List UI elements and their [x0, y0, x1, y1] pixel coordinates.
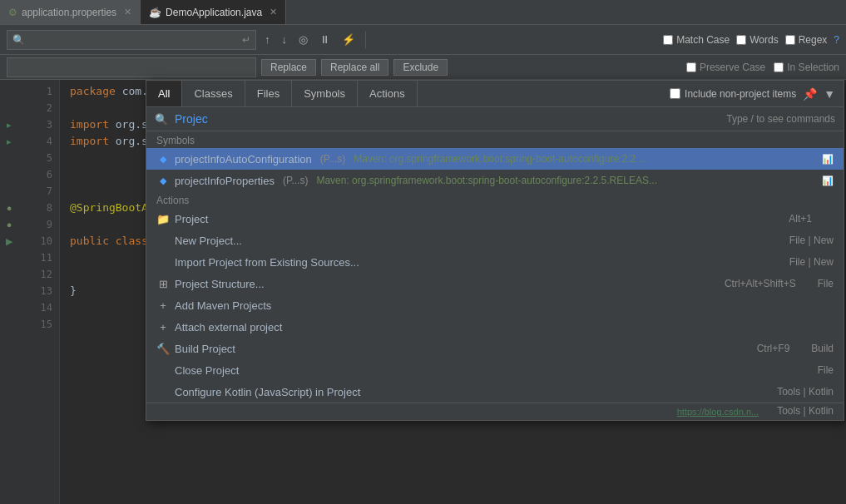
words-checkbox[interactable]: [736, 35, 746, 45]
action-label-add-maven: Add Maven Projects: [175, 299, 812, 312]
symbol-name-2: projectInfoProperties: [175, 175, 275, 187]
url-footer: https://blog.csdn.n...: [667, 405, 769, 418]
symbol-result-1[interactable]: ◆ projectInfoAutoConfiguration (P...s) M…: [146, 148, 844, 170]
action-category-build: Build: [794, 343, 834, 354]
symbol-result-2[interactable]: ◆ projectInfoProperties (P...s) Maven: o…: [146, 170, 844, 191]
java-file-icon: ☕: [149, 7, 161, 18]
tab-files[interactable]: Files: [245, 81, 292, 106]
help-button[interactable]: ?: [834, 34, 839, 46]
symbol-pkg-1: (P...s): [320, 153, 345, 165]
find-arrow-icon: ↵: [242, 34, 250, 46]
action-build-project[interactable]: 🔨 Build Project Ctrl+F9 Build: [146, 338, 844, 359]
words-label: Words: [750, 34, 778, 46]
tab-application-properties[interactable]: ⚙ application.properties ✕: [0, 0, 141, 24]
folder-icon: 📁: [156, 213, 170, 225]
action-category-close: File: [801, 364, 834, 376]
action-label-structure: Project Structure...: [175, 278, 715, 290]
action-close-project[interactable]: Close Project File: [146, 359, 844, 381]
symbols-section: Symbols ◆ projectInfoAutoConfiguration (…: [146, 131, 844, 191]
main-toolbar: 🔍 ↵ ↑ ↓ ◎ ⏸ ⚡ Match Case Words Regex ?: [0, 25, 846, 55]
action-label-close: Close Project: [175, 364, 796, 377]
tab-label-properties: application.properties: [22, 7, 116, 18]
line-icon-8: ●: [7, 200, 12, 216]
pause-button[interactable]: ⏸: [316, 32, 334, 47]
action-configure-kotlin-js[interactable]: Configure Kotlin (JavaScript) in Project…: [146, 381, 844, 403]
search-tab-bar: All Classes Files Symbols Actions Includ…: [146, 81, 844, 107]
search-dropdown: All Classes Files Symbols Actions Includ…: [146, 80, 844, 421]
pin-icon[interactable]: 📌: [803, 87, 817, 101]
words-group[interactable]: Words: [736, 34, 778, 46]
replace-search-box[interactable]: [7, 57, 256, 77]
non-project-checkbox[interactable]: [670, 88, 680, 99]
action-category-import-project: File | New: [773, 256, 834, 268]
tab-demo-application[interactable]: ☕ DemoApplication.java ✕: [141, 0, 286, 24]
regex-checkbox[interactable]: [785, 35, 795, 45]
match-case-label: Match Case: [676, 34, 730, 46]
tab-label-demo: DemoApplication.java: [166, 7, 262, 18]
replace-input[interactable]: [12, 62, 250, 73]
symbol-source-2: Maven: org.springframework.boot:spring-b…: [316, 175, 657, 186]
filter-icon[interactable]: ▼: [824, 87, 835, 101]
non-project-check[interactable]: Include non-project items: [670, 88, 796, 100]
in-selection-checkbox[interactable]: [774, 62, 784, 72]
footer-tools-label: Tools | Kotlin: [777, 405, 834, 418]
grid-icon: ⊞: [156, 278, 170, 290]
replace-button[interactable]: Replace: [261, 59, 316, 76]
action-shortcut-project: Alt+1: [789, 213, 812, 225]
left-gutter-icons: ▸ ▸ ● ● ▶: [0, 80, 18, 504]
action-label-attach: Attach external project: [175, 321, 812, 334]
search-tab-right: Include non-project items 📌 ▼: [661, 81, 844, 106]
action-new-project[interactable]: New Project... File | New: [146, 230, 844, 251]
plus-icon-maven: +: [156, 299, 170, 312]
arrow-down-button[interactable]: ↓: [279, 32, 291, 47]
preserve-case-checkbox[interactable]: [686, 62, 696, 72]
find-search-box[interactable]: 🔍 ↵: [7, 30, 256, 50]
line-icon-3: ▸: [7, 116, 12, 133]
filter-button[interactable]: ⚡: [339, 32, 359, 47]
properties-file-icon: ⚙: [8, 7, 17, 18]
action-import-project[interactable]: Import Project from Existing Sources... …: [146, 251, 844, 273]
tab-close-demo[interactable]: ✕: [270, 7, 277, 17]
tab-all[interactable]: All: [146, 81, 182, 106]
in-selection-group[interactable]: In Selection: [774, 62, 839, 73]
tab-actions[interactable]: Actions: [358, 81, 418, 106]
dropdown-search-input[interactable]: [175, 112, 720, 126]
tab-symbols[interactable]: Symbols: [292, 81, 358, 106]
action-label-kotlin-js: Configure Kotlin (JavaScript) in Project: [175, 386, 755, 398]
action-category-structure: File: [801, 278, 834, 289]
toolbar-right: Match Case Words Regex ?: [663, 34, 839, 46]
arrow-up-button[interactable]: ↑: [261, 32, 274, 47]
match-case-checkbox[interactable]: [663, 35, 673, 45]
action-label-new-project: New Project...: [175, 235, 768, 247]
regex-label: Regex: [799, 34, 828, 46]
plus-icon-attach: +: [156, 321, 170, 334]
action-attach-external[interactable]: + Attach external project: [146, 316, 844, 338]
symbol-name-1: projectInfoAutoConfiguration: [175, 153, 312, 166]
dropdown-search-icon: 🔍: [155, 113, 168, 126]
find-input[interactable]: [28, 34, 239, 46]
line-icon-4: ▸: [7, 133, 12, 150]
action-category-new-project: File | New: [773, 235, 834, 246]
target-button[interactable]: ◎: [295, 32, 311, 47]
symbol-icon-2: ◆: [156, 174, 170, 187]
preserve-case-group[interactable]: Preserve Case: [686, 62, 765, 73]
regex-group[interactable]: Regex: [785, 34, 828, 46]
tab-close-properties[interactable]: ✕: [124, 7, 131, 17]
action-label-import-project: Import Project from Existing Sources...: [175, 256, 768, 269]
preserve-case-label: Preserve Case: [700, 62, 765, 73]
action-add-maven[interactable]: + Add Maven Projects: [146, 294, 844, 316]
action-project[interactable]: 📁 Project Alt+1: [146, 208, 844, 230]
symbols-section-label: Symbols: [146, 131, 844, 148]
action-shortcut-structure: Ctrl+Alt+Shift+S: [725, 278, 796, 289]
exclude-button[interactable]: Exclude: [393, 59, 448, 76]
tab-classes[interactable]: Classes: [182, 81, 245, 106]
non-project-label: Include non-project items: [685, 88, 796, 100]
action-project-structure[interactable]: ⊞ Project Structure... Ctrl+Alt+Shift+S …: [146, 273, 844, 294]
replace-all-button[interactable]: Replace all: [321, 59, 388, 76]
line-numbers: 12345 678910 1112131415: [18, 80, 60, 504]
actions-section: Actions 📁 Project Alt+1 New Project... F…: [146, 191, 844, 403]
actions-section-label: Actions: [146, 191, 844, 208]
replace-toolbar: Replace Replace all Exclude Preserve Cas…: [0, 55, 846, 80]
match-case-group[interactable]: Match Case: [663, 34, 730, 46]
symbol-pkg-2: (P...s): [283, 175, 308, 186]
